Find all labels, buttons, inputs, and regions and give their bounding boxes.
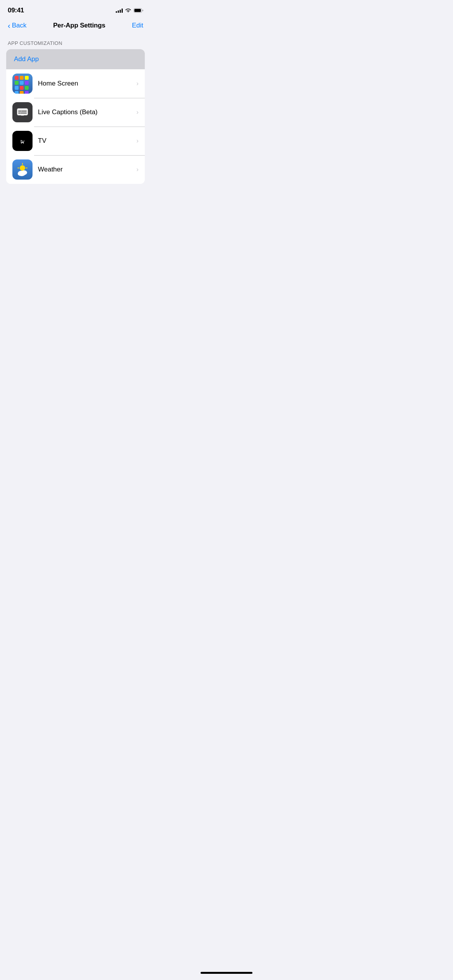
signal-icon xyxy=(116,8,123,13)
weather-name: Weather xyxy=(38,166,136,173)
home-screen-icon xyxy=(12,74,33,94)
live-captions-row[interactable]: Live Captions (Beta) › xyxy=(6,98,145,127)
battery-icon xyxy=(134,8,143,13)
home-screen-chevron-icon: › xyxy=(136,80,139,87)
home-screen-name: Home Screen xyxy=(38,80,136,87)
svg-point-5 xyxy=(20,165,25,171)
status-icons xyxy=(116,8,143,13)
app-customization-list: Add App Hom xyxy=(6,49,145,184)
weather-icon xyxy=(12,159,33,180)
page: 09:41 ‹ Ba xyxy=(0,0,151,327)
weather-chevron-icon: › xyxy=(136,166,139,173)
app-list: Home Screen › Live Captions (Beta) › xyxy=(6,69,145,184)
svg-text:tv: tv xyxy=(21,139,25,144)
add-app-row[interactable]: Add App xyxy=(6,49,145,69)
edit-button[interactable]: Edit xyxy=(132,22,143,29)
live-captions-icon xyxy=(12,102,33,122)
home-screen-row[interactable]: Home Screen › xyxy=(6,69,145,98)
back-chevron-icon: ‹ xyxy=(8,22,10,29)
wifi-icon xyxy=(125,8,131,13)
live-captions-chevron-icon: › xyxy=(136,108,139,116)
nav-bar: ‹ Back Per-App Settings Edit xyxy=(0,19,151,34)
back-label: Back xyxy=(12,22,27,29)
page-title: Per-App Settings xyxy=(53,22,105,29)
svg-rect-1 xyxy=(134,9,141,12)
tv-row[interactable]: tv TV › xyxy=(6,127,145,155)
section-header: APP CUSTOMIZATION xyxy=(0,34,151,49)
tv-name: TV xyxy=(38,137,136,145)
back-button[interactable]: ‹ Back xyxy=(8,22,26,29)
live-captions-name: Live Captions (Beta) xyxy=(38,108,136,116)
tv-icon: tv xyxy=(12,131,33,151)
weather-row[interactable]: Weather › xyxy=(6,155,145,184)
status-bar: 09:41 xyxy=(0,0,151,19)
svg-point-12 xyxy=(18,172,22,176)
tv-chevron-icon: › xyxy=(136,137,139,145)
add-app-label: Add App xyxy=(14,55,39,63)
status-time: 09:41 xyxy=(8,7,24,14)
